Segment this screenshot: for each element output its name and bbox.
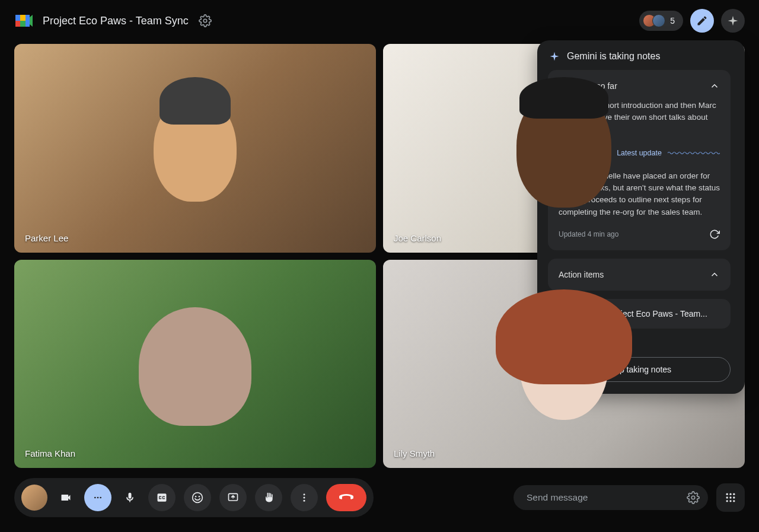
spark-icon (549, 51, 560, 62)
svg-rect-1 (20, 15, 25, 21)
apps-grid-icon (725, 492, 736, 504)
pencil-spark-icon (696, 15, 708, 27)
svg-point-13 (304, 497, 305, 499)
svg-point-22 (726, 500, 728, 502)
phone-hangup-icon (339, 490, 354, 505)
video-tile[interactable]: Parker Lee (14, 44, 376, 253)
svg-point-6 (97, 497, 99, 499)
svg-point-5 (94, 497, 96, 499)
svg-point-21 (733, 496, 735, 498)
refresh-icon[interactable] (709, 229, 720, 240)
emoji-icon (192, 492, 203, 504)
svg-point-23 (729, 500, 731, 502)
call-controls (14, 478, 374, 517)
svg-point-10 (199, 496, 200, 498)
present-icon (227, 492, 239, 504)
apps-button[interactable] (716, 483, 745, 512)
latest-update-label: Latest update (611, 149, 668, 157)
leave-call-button[interactable] (326, 484, 366, 511)
action-items-card: Action items (548, 259, 731, 291)
action-items-toggle[interactable]: Action items (559, 269, 720, 280)
participant-count-pill[interactable]: 5 (639, 11, 683, 31)
camera-icon (60, 492, 72, 504)
microphone-icon (124, 492, 136, 504)
participant-count: 5 (670, 16, 675, 26)
gemini-panel-title: Gemini is taking notes (567, 51, 660, 62)
participant-name-label: Joe Carlson (394, 233, 441, 243)
svg-rect-2 (20, 21, 25, 27)
svg-point-18 (733, 493, 735, 495)
updated-at: Updated 4 min ago (559, 230, 618, 238)
spark-icon (727, 15, 739, 27)
svg-point-8 (193, 493, 203, 503)
action-items-label: Action items (559, 270, 604, 279)
message-input[interactable] (527, 492, 678, 503)
chevron-up-icon (709, 269, 720, 280)
svg-point-7 (100, 497, 101, 499)
svg-point-9 (195, 496, 197, 498)
camera-toggle[interactable] (56, 484, 76, 511)
svg-point-14 (304, 500, 305, 502)
svg-point-4 (203, 19, 207, 23)
more-audio-button[interactable] (84, 484, 111, 511)
header-actions: 5 (639, 9, 745, 33)
video-tile[interactable]: Fatima Khan (14, 260, 376, 469)
svg-point-24 (733, 500, 735, 502)
svg-point-15 (691, 496, 695, 499)
meeting-settings-button[interactable] (198, 14, 212, 28)
captions-button[interactable] (148, 484, 176, 511)
svg-rect-3 (15, 15, 20, 21)
participant-name-label: Parker Lee (25, 233, 68, 243)
more-vertical-icon (299, 492, 310, 503)
more-horizontal-icon (93, 493, 103, 502)
participant-name-label: Fatima Khan (25, 448, 75, 458)
gear-icon[interactable] (687, 491, 700, 504)
svg-point-20 (729, 496, 731, 498)
google-meet-logo (14, 11, 33, 30)
present-button[interactable] (219, 484, 247, 511)
raise-hand-button[interactable] (255, 484, 282, 511)
bottom-bar (14, 477, 745, 518)
take-notes-toggle[interactable] (690, 9, 714, 33)
meeting-header: Project Eco Paws - Team Sync 5 (0, 0, 759, 42)
hand-icon (263, 492, 275, 504)
svg-point-17 (729, 493, 731, 495)
avatar (652, 14, 665, 27)
gemini-button[interactable] (721, 9, 745, 33)
participant-name-label: Lily Smyth (394, 448, 435, 458)
captions-icon (156, 492, 168, 504)
microphone-toggle[interactable] (120, 484, 140, 511)
chevron-up-icon (709, 81, 720, 91)
more-options-button[interactable] (291, 484, 318, 511)
message-bar (514, 485, 708, 510)
gear-icon (199, 14, 212, 27)
self-avatar[interactable] (21, 485, 47, 511)
svg-point-12 (304, 493, 305, 495)
reactions-button[interactable] (184, 484, 211, 511)
svg-point-19 (726, 496, 728, 498)
meeting-title: Project Eco Paws - Team Sync (43, 15, 189, 27)
svg-point-16 (726, 493, 728, 495)
